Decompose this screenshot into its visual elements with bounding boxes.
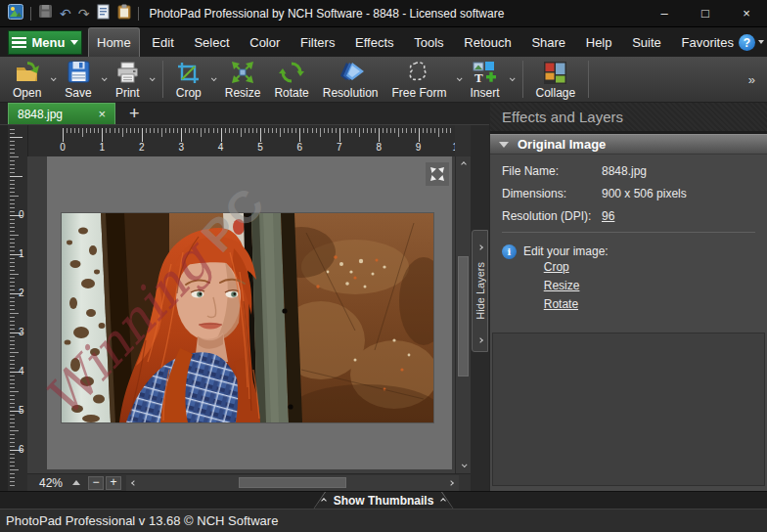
titlebar-separator	[138, 7, 139, 21]
svg-text:T: T	[474, 70, 483, 85]
document-tab[interactable]: 8848.jpg ×	[8, 103, 115, 124]
hide-layers-label: Hide Layers	[474, 262, 486, 320]
undo-icon[interactable]: ↶	[60, 7, 71, 21]
tab-home[interactable]: Home	[88, 27, 140, 57]
canvas-viewport[interactable]	[27, 156, 455, 473]
window-title: PhotoPad Professional by NCH Software - …	[149, 7, 504, 21]
tab-color[interactable]: Color	[242, 27, 288, 57]
chevron-down-icon	[70, 40, 78, 45]
save-dropdown[interactable]	[99, 58, 109, 101]
rotate-link[interactable]: Rotate	[544, 297, 580, 311]
print-dropdown[interactable]	[147, 58, 157, 101]
redo-icon[interactable]: ↷	[78, 7, 90, 21]
horizontal-scrollbar[interactable]	[126, 475, 459, 491]
zoom-in-button[interactable]: +	[106, 476, 121, 490]
paste-icon[interactable]	[117, 4, 131, 23]
quick-save-icon[interactable]	[38, 4, 53, 22]
ribbon-tabs: Home Edit Select Color Filters Effects T…	[88, 27, 742, 57]
scroll-right-arrow[interactable]	[443, 475, 459, 491]
tab-filters[interactable]: Filters	[293, 27, 342, 57]
horizontal-scroll-thumb[interactable]	[239, 477, 346, 488]
photo-image[interactable]	[62, 213, 433, 422]
maximize-button[interactable]: □	[685, 0, 726, 27]
status-text: PhotoPad Professional v 13.68 © NCH Soft…	[6, 513, 278, 528]
save-button[interactable]: Save	[58, 58, 98, 101]
property-label: Dimensions:	[502, 187, 602, 200]
tab-edit[interactable]: Edit	[144, 27, 181, 57]
crop-dropdown[interactable]	[208, 58, 218, 101]
tab-favorites[interactable]: Favorites	[673, 27, 741, 57]
scroll-up-arrow[interactable]	[456, 156, 471, 172]
tab-help[interactable]: Help	[578, 27, 620, 57]
open-folder-icon	[14, 60, 41, 86]
fullscreen-button[interactable]	[426, 162, 449, 186]
tab-select[interactable]: Select	[186, 27, 237, 57]
hamburger-icon	[12, 37, 26, 48]
zoom-level[interactable]: 42%	[39, 476, 72, 490]
chevron-down-icon[interactable]	[758, 40, 764, 44]
printer-icon	[115, 60, 140, 86]
effects-layers-panel: Effects and Layers Original Image File N…	[489, 103, 767, 491]
titlebar-separator	[30, 7, 31, 21]
toolbar-overflow-button[interactable]: »	[743, 72, 761, 87]
tab-tools[interactable]: Tools	[406, 27, 451, 57]
collage-button[interactable]: Collage	[529, 58, 583, 101]
open-dropdown[interactable]	[48, 58, 58, 101]
freeform-dropdown[interactable]	[454, 58, 464, 101]
chevron-up-icon	[440, 498, 446, 504]
photopad-window: ↶ ↷ PhotoPad Professional by NCH Softwar…	[0, 0, 767, 532]
print-button[interactable]: Print	[109, 58, 147, 101]
resize-button[interactable]: Resize	[218, 58, 268, 101]
vertical-scrollbar[interactable]	[455, 156, 471, 473]
resize-icon	[230, 60, 255, 86]
panel-title: Effects and Layers	[490, 103, 767, 134]
resize-link[interactable]: Resize	[544, 279, 580, 292]
left-edge-strip	[0, 125, 8, 491]
show-thumbnails-label: Show Thumbnails	[334, 494, 434, 508]
show-thumbnails-tab[interactable]: Show Thumbnails	[313, 492, 454, 510]
insert-button[interactable]: T Insert	[464, 58, 507, 101]
scroll-left-arrow[interactable]	[126, 475, 142, 491]
panel-collapse-strip: Hide Layers	[471, 125, 489, 491]
save-floppy-icon	[68, 60, 90, 86]
dpi-link[interactable]: 96	[602, 209, 614, 223]
freeform-icon	[406, 60, 431, 86]
open-button[interactable]: Open	[6, 58, 48, 101]
layers-list-area[interactable]	[492, 332, 765, 486]
property-row: Resolution (DPI): 96	[502, 209, 755, 223]
minimize-button[interactable]: –	[644, 0, 685, 27]
toolbar-separator	[522, 61, 523, 98]
tab-effects[interactable]: Effects	[347, 27, 402, 57]
thumbnails-bar: Show Thumbnails	[0, 491, 767, 509]
new-tab-button[interactable]: +	[129, 105, 140, 122]
chevron-up-icon	[321, 498, 327, 504]
zoom-spinner-icon[interactable]	[72, 480, 80, 485]
rotate-button[interactable]: Rotate	[267, 58, 315, 101]
zoom-bar: 42% − +	[27, 473, 471, 491]
toolbar-separator	[588, 61, 589, 98]
crop-link[interactable]: Crop	[544, 260, 580, 274]
divider	[502, 232, 755, 233]
scroll-down-arrow[interactable]	[456, 458, 471, 473]
tab-close-icon[interactable]: ×	[98, 108, 106, 120]
zoom-out-button[interactable]: −	[88, 476, 104, 490]
tab-share[interactable]: Share	[523, 27, 573, 57]
rotate-icon	[279, 60, 304, 86]
close-button[interactable]: ×	[726, 0, 767, 27]
tab-suite[interactable]: Suite	[624, 27, 669, 57]
menu-button-label: Menu	[32, 35, 66, 50]
copy-icon[interactable]	[96, 4, 111, 23]
property-value: 8848.jpg	[602, 164, 647, 178]
info-icon: i	[502, 244, 517, 259]
freeform-button[interactable]: Free Form	[384, 58, 453, 101]
vertical-scroll-thumb[interactable]	[458, 256, 469, 377]
vertical-ruler: 0123456	[8, 125, 27, 491]
crop-button[interactable]: Crop	[169, 58, 208, 101]
resolution-button[interactable]: Resolution	[316, 58, 385, 101]
help-icon[interactable]: ?	[739, 34, 755, 51]
menu-button[interactable]: Menu	[8, 30, 82, 55]
original-image-section[interactable]: Original Image	[490, 134, 767, 155]
insert-dropdown[interactable]	[507, 58, 517, 101]
tab-retouch[interactable]: Retouch	[456, 27, 519, 57]
hide-layers-tab[interactable]: Hide Layers	[472, 230, 488, 352]
